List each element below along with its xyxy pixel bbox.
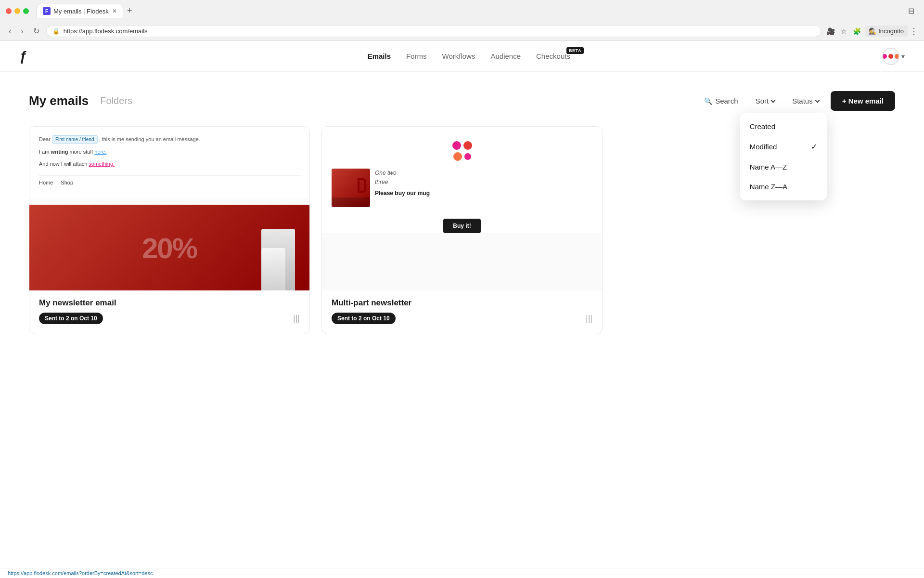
browser-navbar: ‹ › ↻ 🔒 https://app.flodesk.com/emails 🎥… (0, 22, 924, 40)
browser-tab-active[interactable]: F My emails | Flodesk ✕ (37, 4, 123, 18)
email-card-1[interactable]: Dear First name / friend , this is me se… (29, 126, 310, 334)
browser-forward-button[interactable]: › (18, 25, 26, 38)
search-icon: 🔍 (704, 97, 712, 105)
sort-label: Sort (756, 97, 769, 105)
browser-chrome: F My emails | Flodesk ✕ + ⊟ ‹ › ↻ 🔒 http… (0, 0, 924, 41)
bookmark-icon[interactable]: ☆ (839, 26, 849, 37)
bar-chart-icon-2[interactable]: ||| (586, 314, 592, 324)
folders-tab[interactable]: Folders (100, 95, 132, 106)
incognito-indicator: 🕵️ Incognito (865, 26, 908, 37)
app-logo[interactable]: ƒ (19, 49, 27, 64)
browser-toolbar: 🎥 ☆ 🧩 🕵️ Incognito ⋮ (825, 26, 918, 37)
preview-percentage-text: 20% (142, 232, 197, 265)
camera-off-icon[interactable]: 🎥 (825, 26, 837, 37)
preview-nav-bar: Home Shop (39, 175, 300, 189)
sort-option-name-za[interactable]: Name Z—A (740, 177, 827, 197)
browser-back-button[interactable]: ‹ (6, 25, 14, 38)
app-nav: ƒ Emails Forms Workflows Audience Checko… (0, 41, 924, 72)
email-preview-multipart: One twothree Please buy our mug Buy it! (322, 127, 602, 233)
page-header: My emails Folders 🔍 Search Sort (29, 91, 895, 111)
mug-handwriting: One twothree (375, 169, 592, 187)
flower-dot-red (463, 141, 472, 150)
avatar-button[interactable] (882, 48, 899, 65)
nav-link-audience[interactable]: Audience (490, 52, 521, 60)
sort-option-modified[interactable]: Modified ✓ (740, 136, 827, 157)
nav-link-emails[interactable]: Emails (368, 52, 391, 60)
email-card-body-2: Multi-part newsletter Sent to 2 on Oct 1… (322, 290, 602, 334)
preview-flower-logo (322, 127, 602, 169)
preview-from-line: Dear First name / friend , this is me se… (39, 136, 300, 142)
tab-title: My emails | Flodesk (53, 8, 109, 15)
nav-link-workflows[interactable]: Workflows (442, 52, 475, 60)
status-bar-url: https://app.flodesk.com/emails?orderBy=c… (8, 570, 153, 576)
flower-dot-pink-2 (464, 153, 471, 160)
address-bar[interactable]: 🔒 https://app.flodesk.com/emails (46, 25, 821, 37)
app-nav-right: ▾ (882, 48, 905, 65)
mug-handle (358, 178, 366, 193)
browser-window-controls (6, 8, 29, 14)
tab-favicon: F (43, 7, 51, 15)
lock-icon: 🔒 (52, 28, 60, 35)
preview-product-shape-2 (261, 248, 285, 290)
email-preview-banner: 20% (29, 205, 309, 290)
email-card-meta-1: Sent to 2 on Oct 10 ||| (39, 313, 300, 324)
preview-body-2: And now I will attach something. (39, 160, 300, 168)
sort-option-modified-label: Modified (750, 143, 777, 151)
browser-sidebar-toggle[interactable]: ⊟ (908, 7, 914, 15)
app-container: ƒ Emails Forms Workflows Audience Checko… (0, 41, 924, 576)
avatar-icon (882, 54, 899, 59)
browser-menu-button[interactable]: ⋮ (910, 26, 918, 37)
new-email-button[interactable]: + New email (831, 91, 895, 111)
preview-body-1: I am writing more stuff here. (39, 148, 300, 156)
sort-chevron-icon (771, 98, 776, 103)
preview-highlight: First name / friend (52, 135, 98, 144)
search-button[interactable]: 🔍 Search (698, 93, 744, 109)
preview-nav-home: Home (39, 180, 53, 185)
email-card-meta-2: Sent to 2 on Oct 10 ||| (332, 313, 592, 324)
window-minimize-dot[interactable] (14, 8, 20, 14)
tab-close-button[interactable]: ✕ (112, 8, 117, 14)
nav-link-checkouts[interactable]: Checkouts BETA (536, 52, 570, 60)
preview-mug-image (332, 169, 370, 207)
page-content: My emails Folders 🔍 Search Sort (0, 72, 924, 354)
incognito-icon: 🕵️ (869, 27, 876, 35)
search-label: Search (715, 97, 738, 105)
sort-check-icon: ✓ (811, 142, 817, 151)
status-button[interactable]: Status (786, 93, 825, 109)
mug-base (332, 197, 370, 207)
email-card-title-1: My newsletter email (39, 298, 300, 308)
page-header-left: My emails Folders (29, 93, 132, 108)
new-tab-button[interactable]: + (125, 4, 134, 18)
status-label: Status (792, 97, 813, 105)
preview-mug-section: One twothree Please buy our mug (322, 169, 602, 215)
beta-badge: BETA (566, 47, 584, 54)
sort-dropdown-wrapper: Sort Created Modified ✓ Name A—Z (750, 93, 781, 109)
sort-option-name-za-label: Name Z—A (750, 183, 787, 191)
address-text: https://app.flodesk.com/emails (64, 27, 815, 35)
page-header-right: 🔍 Search Sort Created Modified (698, 91, 895, 111)
sort-dropdown: Created Modified ✓ Name A—Z Name Z—A (740, 113, 827, 200)
browser-titlebar: F My emails | Flodesk ✕ + ⊟ (0, 0, 924, 22)
email-preview-newsletter: Dear First name / friend , this is me se… (29, 127, 309, 199)
email-card-2[interactable]: One twothree Please buy our mug Buy it! … (321, 126, 603, 334)
mug-description: Please buy our mug (375, 190, 592, 197)
email-card-status-1: Sent to 2 on Oct 10 (39, 313, 103, 324)
sort-option-name-az[interactable]: Name A—Z (740, 157, 827, 177)
incognito-label: Incognito (878, 27, 904, 35)
nav-link-forms[interactable]: Forms (406, 52, 427, 60)
sort-option-created-label: Created (750, 122, 775, 131)
email-card-preview-2: One twothree Please buy our mug Buy it! (322, 127, 602, 290)
email-card-preview-1: Dear First name / friend , this is me se… (29, 127, 309, 290)
sort-button[interactable]: Sort (750, 93, 781, 109)
avatar-chevron[interactable]: ▾ (901, 53, 905, 60)
status-chevron-icon (815, 98, 820, 103)
window-close-dot[interactable] (6, 8, 12, 14)
browser-refresh-button[interactable]: ↻ (30, 25, 42, 38)
bar-chart-icon-1[interactable]: ||| (293, 314, 300, 324)
preview-mug-text: One twothree Please buy our mug (375, 169, 592, 197)
sort-option-name-az-label: Name A—Z (750, 163, 787, 171)
window-maximize-dot[interactable] (23, 8, 29, 14)
email-card-status-2: Sent to 2 on Oct 10 (332, 313, 396, 324)
sort-option-created[interactable]: Created (740, 117, 827, 136)
extensions-icon[interactable]: 🧩 (851, 26, 863, 37)
